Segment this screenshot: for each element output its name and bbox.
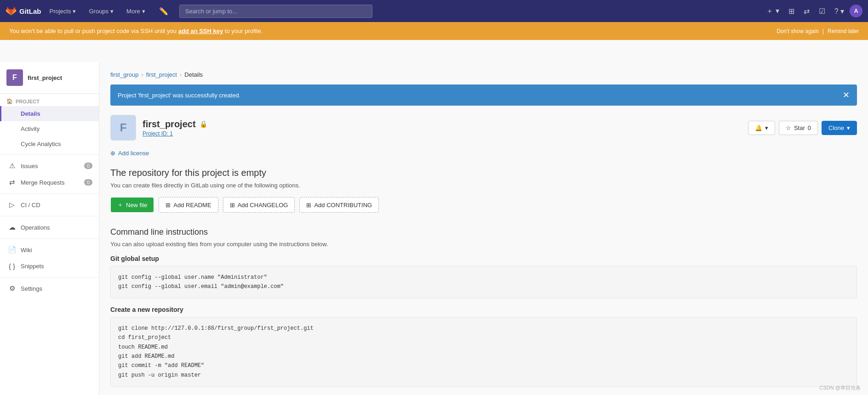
project-id-link[interactable]: Project ID: 1 [143,130,173,137]
top-navigation: GitLab Projects ▾ Groups ▾ More ▾ ✏️ ＋ ▾… [0,0,868,22]
breadcrumb-sep-1: › [141,71,143,78]
new-file-button[interactable]: ＋ New file [110,197,154,213]
alert-close-button[interactable]: ✕ [843,90,850,100]
sidebar-item-wiki[interactable]: 📄 Wiki [0,242,99,258]
sidebar-item-settings[interactable]: ⚙ Settings [0,280,99,297]
project-title-group: first_project 🔒 Project ID: 1 [143,119,207,137]
sidebar-item-issues[interactable]: ⚠ Issues 0 [0,158,99,174]
sidebar-project-header: F first_project [0,62,99,94]
project-icon: F [6,69,23,86]
sidebar-item-ci-cd[interactable]: ▷ CI / CD [0,197,99,213]
contributing-icon: ⊞ [306,202,311,209]
star-button[interactable]: ☆ Star 0 [779,121,818,135]
user-avatar[interactable]: A [850,5,862,17]
breadcrumb-current: Details [184,71,203,78]
sidebar: F first_project 🏠 Project Details Activi… [0,62,99,395]
repo-empty-desc: You can create files directly in GitLab … [110,182,857,189]
add-button[interactable]: ＋ ▾ [762,4,782,19]
settings-icon: ⚙ [8,284,16,293]
readme-icon: ⊞ [166,202,171,209]
merge-requests-badge: 0 [84,179,92,186]
ssh-warning-banner: You won't be able to pull or push projec… [0,22,868,40]
watermark: CSDN @举目沦条 [820,384,861,391]
add-readme-button[interactable]: ⊞ Add README [159,197,218,213]
wiki-icon: 📄 [8,246,16,254]
sidebar-item-operations[interactable]: ☁ Operations [0,219,99,236]
groups-menu[interactable]: Groups ▾ [84,5,118,17]
breadcrumb: first_group › first_project › Details [110,71,857,78]
sidebar-section-project: 🏠 Project [0,94,99,106]
sidebar-divider-3 [0,216,99,216]
snippets-icon: { } [8,262,16,270]
project-header: F first_project 🔒 Project ID: 1 🔔 ▾ ☆ St… [110,115,857,141]
dont-show-again-link[interactable]: Don't show again [777,28,819,34]
projects-menu[interactable]: Projects ▾ [45,5,81,17]
project-avatar: F [110,115,136,141]
create-repo-title: Create a new repository [110,306,857,313]
sidebar-item-cycle-analytics[interactable]: Cycle Analytics [0,136,99,152]
project-lock-icon: 🔒 [200,120,207,128]
git-global-code: git config --global user.name "Administr… [110,266,857,299]
sidebar-item-merge-requests[interactable]: ⇄ Merge Requests 0 [0,174,99,191]
project-info: F first_project 🔒 Project ID: 1 [110,115,207,141]
gitlab-logo[interactable]: GitLab [6,6,41,17]
clone-button[interactable]: Clone ▾ [822,121,857,135]
sidebar-divider-5 [0,277,99,277]
pencil-icon-btn[interactable]: ✏️ [155,4,172,18]
notify-button[interactable]: 🔔 ▾ [748,121,775,135]
sidebar-divider-4 [0,238,99,239]
help-icon[interactable]: ? ▾ [831,4,848,18]
sidebar-item-activity[interactable]: Activity [0,121,99,136]
action-buttons-row: ＋ New file ⊞ Add README ⊞ Add CHANGELOG … [110,197,857,213]
alert-message: Project 'first_project' was successfully… [118,92,240,99]
search-input[interactable] [179,5,372,18]
add-changelog-button[interactable]: ⊞ Add CHANGELOG [223,197,295,213]
plus-icon: ＋ [117,201,123,209]
more-menu[interactable]: More ▾ [122,5,150,17]
license-add-icon: ⊕ [110,150,115,157]
gitlab-wordmark: GitLab [19,7,41,15]
changelog-icon: ⊞ [230,202,235,209]
merge-requests-sidebar-icon: ⇄ [8,178,16,186]
snippet-icon[interactable]: ⊞ [785,4,798,18]
ssh-banner-message: You won't be able to pull or push projec… [9,28,263,34]
cli-section-title: Command line instructions [110,227,857,237]
topnav-icon-group: ＋ ▾ ⊞ ⇄ ☑ ? ▾ A [762,4,862,19]
success-alert: Project 'first_project' was successfully… [110,85,857,106]
sidebar-divider-1 [0,154,99,155]
issues-badge: 0 [84,163,92,169]
cli-section-desc: You can also upload existing files from … [110,241,857,248]
clone-chevron-icon: ▾ [847,124,850,131]
git-global-title: Git global setup [110,255,857,262]
gitlab-logo-icon [6,6,17,17]
breadcrumb-project-link[interactable]: first_project [146,71,177,78]
sidebar-project-name: first_project [28,74,62,81]
notify-icon: 🔔 [755,124,762,131]
repo-empty-title: The repository for this project is empty [110,168,857,178]
add-ssh-key-link[interactable]: add an SSH key [178,28,223,34]
breadcrumb-sep-2: › [180,71,182,78]
project-title: first_project 🔒 [143,119,207,130]
create-repo-code: git clone http://127.0.0.1:88/first_grou… [110,317,857,387]
page-wrapper: F first_project 🏠 Project Details Activi… [0,62,868,395]
home-icon: 🏠 [6,98,13,104]
star-icon: ☆ [786,124,791,131]
sidebar-item-snippets[interactable]: { } Snippets [0,258,99,274]
merge-request-icon[interactable]: ⇄ [800,4,813,18]
ssh-banner-actions: Don't show again | Remind later [777,28,859,34]
issues-icon[interactable]: ☑ [815,4,829,18]
add-license-link[interactable]: ⊕ Add license [110,150,857,157]
breadcrumb-group-link[interactable]: first_group [110,71,138,78]
add-contributing-button[interactable]: ⊞ Add CONTRIBUTING [299,197,379,213]
main-content: first_group › first_project › Details Pr… [99,62,868,395]
issues-sidebar-icon: ⚠ [8,162,16,170]
project-actions: 🔔 ▾ ☆ Star 0 Clone ▾ [748,121,857,135]
sidebar-divider-2 [0,193,99,194]
ci-cd-icon: ▷ [8,201,16,209]
remind-later-link[interactable]: Remind later [828,28,859,34]
operations-icon: ☁ [8,223,16,231]
sidebar-item-details[interactable]: Details [0,106,99,121]
